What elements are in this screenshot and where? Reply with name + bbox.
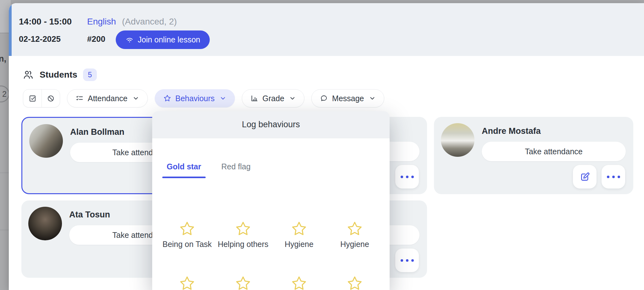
background-count-badge: 2 — [0, 85, 9, 102]
more-options-button[interactable] — [395, 165, 419, 189]
select-all-button[interactable] — [23, 89, 42, 107]
edit-icon — [580, 172, 590, 182]
attendance-label: Attendance — [88, 94, 128, 103]
chevron-down-icon — [369, 95, 376, 102]
behaviour-option[interactable]: Helping others — [215, 221, 271, 249]
check-square-icon — [28, 94, 37, 103]
student-name: Alan Bollman — [70, 127, 125, 137]
popup-tabs: Gold star Red flag — [162, 158, 255, 178]
lesson-number: #200 — [87, 34, 105, 44]
bulk-select-group — [23, 89, 60, 107]
join-button-label: Join online lesson — [138, 35, 200, 44]
ban-icon — [47, 94, 55, 103]
behaviour-option[interactable]: Hygiene — [271, 221, 327, 249]
ellipsis-icon — [401, 259, 414, 262]
clear-selection-button[interactable] — [42, 89, 60, 107]
grade-label: Grade — [263, 94, 284, 103]
students-icon — [23, 69, 34, 80]
edit-button[interactable] — [573, 165, 597, 189]
grade-dropdown-button[interactable]: Grade — [242, 89, 304, 107]
students-toolbar: Attendance Behaviours — [23, 89, 384, 107]
gold-star-icon — [347, 275, 363, 290]
gold-star-icon — [291, 275, 307, 290]
behaviours-dropdown-button[interactable]: Behaviours — [155, 89, 235, 107]
behaviour-option[interactable]: Teamwork — [327, 275, 383, 290]
lesson-subject-detail: (Advanced, 2) — [122, 17, 177, 27]
message-dropdown-button[interactable]: Message — [311, 89, 384, 107]
take-attendance-button[interactable]: Take attendance — [482, 142, 626, 161]
wifi-icon — [125, 36, 134, 44]
checklist-icon — [75, 94, 84, 102]
popup-header: Log behaviours — [152, 111, 390, 138]
behaviour-label: Helping others — [218, 240, 268, 249]
behaviour-option[interactable]: Being on Task — [159, 221, 215, 249]
student-name: Andre Mostafa — [482, 126, 541, 136]
attendance-dropdown-button[interactable]: Attendance — [67, 89, 148, 107]
lesson-color-bar — [9, 3, 12, 56]
ellipsis-icon — [401, 176, 414, 178]
behaviour-option[interactable]: Taking Part — [271, 275, 327, 290]
more-options-button[interactable] — [602, 165, 625, 189]
avatar-photo — [441, 123, 475, 157]
gold-star-icon — [179, 275, 195, 290]
chevron-down-icon — [219, 95, 226, 102]
behaviour-label: Being on Task — [163, 240, 212, 249]
lesson-time-range: 14:00 - 15:00 — [19, 17, 72, 27]
background-text-fragment: n, — [0, 54, 6, 64]
gold-star-icon — [291, 221, 307, 237]
student-name: Ata Tosun — [69, 210, 110, 220]
students-count-badge: 5 — [83, 68, 97, 81]
behaviours-label: Behaviours — [175, 94, 215, 103]
lesson-subject-link[interactable]: English — [87, 17, 116, 27]
chevron-down-icon — [289, 95, 296, 102]
students-heading: Students 5 — [23, 68, 97, 81]
star-icon — [163, 94, 171, 102]
behaviour-label: Hygiene — [285, 240, 314, 249]
behaviour-option[interactable]: Persistence — [215, 275, 271, 290]
gold-star-icon — [235, 221, 251, 237]
log-behaviours-popup: Log behaviours Gold star Red flag Being … — [152, 111, 390, 290]
avatar-photo — [28, 207, 62, 240]
gold-star-icon — [179, 221, 195, 237]
behaviour-label: Hygiene — [340, 240, 369, 249]
gold-star-icon — [347, 221, 363, 237]
bar-chart-icon — [250, 94, 258, 102]
ellipsis-icon — [607, 176, 620, 178]
tab-gold-star[interactable]: Gold star — [162, 158, 206, 178]
students-title: Students — [40, 70, 77, 80]
chat-bubble-icon — [320, 94, 328, 102]
tab-red-flag[interactable]: Red flag — [217, 158, 255, 178]
screen: n, 2 14:00 - 15:00 English (Advanced, 2)… — [0, 0, 644, 290]
behaviour-option[interactable]: Hygiene — [327, 221, 383, 249]
lesson-header: 14:00 - 15:00 English (Advanced, 2) 02-1… — [9, 3, 644, 56]
join-online-lesson-button[interactable]: Join online lesson — [116, 30, 210, 49]
lesson-date: 02-12-2025 — [19, 34, 61, 44]
more-options-button[interactable] — [395, 249, 419, 272]
message-label: Message — [332, 94, 364, 103]
chevron-down-icon — [132, 95, 139, 102]
avatar-photo — [29, 124, 63, 158]
popup-title: Log behaviours — [242, 120, 300, 129]
student-card-andre-mostafa[interactable]: Andre Mostafa Take attendance — [434, 117, 633, 194]
behaviour-option[interactable]: On task — [159, 275, 215, 290]
gold-star-icon — [235, 275, 251, 290]
